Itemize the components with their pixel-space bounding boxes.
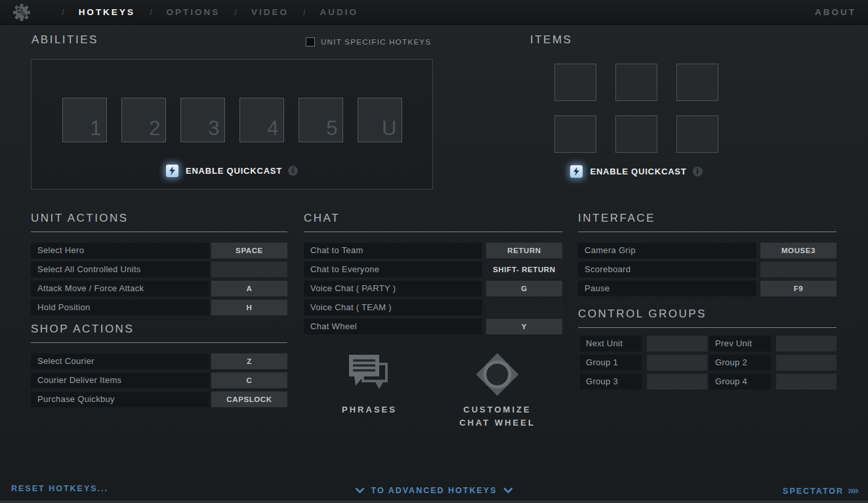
hotkey-key-button[interactable]: F9 xyxy=(760,281,837,296)
hotkey-row: Select All Controlled Units xyxy=(31,262,287,277)
middle-column: CHAT Chat to Team RETURN Chat to Everyon… xyxy=(304,211,562,338)
hotkey-key-button[interactable]: A xyxy=(211,281,287,296)
item-slot[interactable] xyxy=(554,115,596,153)
footer-bar: RESET HOTKEYS... TO ADVANCED HOTKEYS SPE… xyxy=(0,479,868,500)
ability-slot-number: 3 xyxy=(208,117,219,140)
interface-rows: Camera Grip MOUSE3 Scoreboard Pause F9 xyxy=(578,243,837,296)
hotkey-key-button[interactable]: SPACE xyxy=(211,243,287,258)
hotkey-action-label: Select Hero xyxy=(31,243,209,258)
hotkey-action-label: Voice Chat ( TEAM ) xyxy=(304,300,482,315)
hotkey-key-button[interactable]: SHIFT- RETURN xyxy=(486,262,562,277)
hotkey-action-label: Camera Grip xyxy=(578,243,756,258)
spectator-link[interactable]: SPECTATOR»» xyxy=(783,484,858,497)
nav-separator: / xyxy=(234,7,237,17)
interface-title: INTERFACE xyxy=(578,211,837,232)
item-slot[interactable] xyxy=(676,115,718,153)
quickcast-label: ENABLE QUICKCAST xyxy=(590,167,686,176)
unit-actions-rows: Select Hero SPACE Select All Controlled … xyxy=(31,243,287,315)
hotkey-key-button[interactable] xyxy=(760,262,837,277)
hotkey-action-label: Select Courier xyxy=(31,353,209,369)
ability-slot-number: 5 xyxy=(326,117,337,140)
chat-wheel-icon xyxy=(476,353,519,396)
ability-slot[interactable]: 1 xyxy=(62,98,107,142)
phrases-button[interactable]: PHRASES xyxy=(340,354,399,416)
control-group-label: Group 2 xyxy=(709,355,771,371)
quickcast-checkbox-checked[interactable] xyxy=(570,165,583,178)
hotkey-key-button[interactable] xyxy=(647,355,707,371)
lightning-bolt-icon xyxy=(573,167,580,176)
control-group-row: Group 1 Group 2 xyxy=(578,355,837,371)
item-slot[interactable] xyxy=(615,115,657,153)
chat-rows: Chat to Team RETURN Chat to Everyone SHI… xyxy=(304,243,562,334)
nav-tab-label[interactable]: AUDIO xyxy=(320,7,359,17)
hotkey-key-button[interactable]: MOUSE3 xyxy=(760,243,837,258)
double-chevron-right-icon: »» xyxy=(848,484,858,496)
ability-slot[interactable]: 5 xyxy=(299,98,343,142)
hotkey-key-button[interactable] xyxy=(776,336,837,352)
hotkey-row: Hold Position H xyxy=(31,300,287,315)
item-slot[interactable] xyxy=(554,64,596,101)
ability-slot[interactable]: 3 xyxy=(180,98,225,142)
speech-bubbles-icon xyxy=(348,354,390,392)
unit-specific-hotkeys-toggle[interactable]: UNIT SPECIFIC HOTKEYS xyxy=(306,37,431,47)
abilities-enable-quickcast-toggle[interactable]: ENABLE QUICKCAST i xyxy=(31,165,432,177)
hotkey-row: Chat to Team RETURN xyxy=(304,243,562,258)
nav-tab[interactable]: / AUDIO xyxy=(289,7,358,17)
hotkey-action-label: Pause xyxy=(578,281,756,296)
hotkey-action-label: Select All Controlled Units xyxy=(31,262,209,277)
ability-slot-number: U xyxy=(382,117,396,140)
hotkey-key-button[interactable] xyxy=(776,374,837,390)
control-group-label: Group 1 xyxy=(580,355,642,371)
hotkey-key-button[interactable] xyxy=(211,262,287,277)
item-slot[interactable] xyxy=(676,64,718,101)
unit-specific-hotkeys-label: UNIT SPECIFIC HOTKEYS xyxy=(321,38,431,46)
unit-specific-hotkeys-checkbox[interactable] xyxy=(306,37,315,47)
quickcast-label: ENABLE QUICKCAST xyxy=(186,166,282,176)
nav-tab-label[interactable]: VIDEO xyxy=(251,7,289,17)
hotkey-key-button[interactable]: CAPSLOCK xyxy=(211,392,287,407)
lightning-bolt-icon xyxy=(169,167,176,175)
nav-tab-label[interactable]: OPTIONS xyxy=(167,7,220,17)
hotkey-key-button[interactable] xyxy=(647,374,707,390)
ability-slot[interactable]: 4 xyxy=(239,98,284,142)
hotkey-key-button[interactable]: Z xyxy=(211,353,287,369)
settings-gear-logo-icon xyxy=(13,4,30,21)
quickcast-checkbox-checked[interactable] xyxy=(166,165,178,177)
nav-tab[interactable]: / VIDEO xyxy=(220,7,289,17)
ability-slot-number: 1 xyxy=(90,117,101,140)
hotkey-action-label: Scoreboard xyxy=(578,262,756,277)
control-group-row: Group 3 Group 4 xyxy=(578,374,837,390)
hotkey-key-button[interactable]: C xyxy=(211,372,287,388)
ability-slot[interactable]: U xyxy=(358,98,402,142)
hotkey-row: Scoreboard xyxy=(578,262,837,277)
screen-bottom-edge xyxy=(0,500,868,503)
nav-tab[interactable]: / HOTKEYS xyxy=(47,7,135,17)
chevron-down-icon xyxy=(355,487,365,494)
control-group-label: Prev Unit xyxy=(709,336,771,352)
hotkey-key-button[interactable]: Y xyxy=(486,319,562,334)
abilities-panel: 1 2 3 4 5 U E xyxy=(31,59,433,190)
nav-tab-label[interactable]: HOTKEYS xyxy=(79,7,135,17)
chat-title: CHAT xyxy=(304,211,562,232)
hotkey-action-label: Voice Chat ( PARTY ) xyxy=(304,281,482,296)
hotkey-key-button[interactable] xyxy=(486,300,562,315)
hotkey-action-label: Purchase Quickbuy xyxy=(31,392,209,407)
about-link[interactable]: ABOUT xyxy=(815,7,856,17)
info-icon[interactable]: i xyxy=(288,166,298,176)
nav-tab[interactable]: / OPTIONS xyxy=(135,7,220,17)
hotkey-key-button[interactable]: G xyxy=(486,281,562,296)
hotkey-row: Chat Wheel Y xyxy=(304,319,562,334)
hotkey-key-button[interactable] xyxy=(776,355,837,371)
item-slot[interactable] xyxy=(615,64,657,101)
to-advanced-hotkeys-link[interactable]: TO ADVANCED HOTKEYS xyxy=(0,484,868,496)
hotkey-action-label: Courier Deliver Items xyxy=(31,372,209,388)
control-group-label: Next Unit xyxy=(580,336,642,352)
top-nav: / HOTKEYS / OPTIONS / VIDEO / AUDIO ABOU… xyxy=(0,0,868,25)
ability-slot[interactable]: 2 xyxy=(121,98,166,142)
hotkey-key-button[interactable] xyxy=(647,336,707,352)
hotkey-key-button[interactable]: RETURN xyxy=(486,243,562,258)
hotkey-key-button[interactable]: H xyxy=(211,300,287,315)
items-enable-quickcast-toggle[interactable]: ENABLE QUICKCAST i xyxy=(554,165,718,178)
info-icon[interactable]: i xyxy=(693,167,703,176)
customize-chat-wheel-button[interactable]: CUSTOMIZE CHAT WHEEL xyxy=(458,353,537,430)
